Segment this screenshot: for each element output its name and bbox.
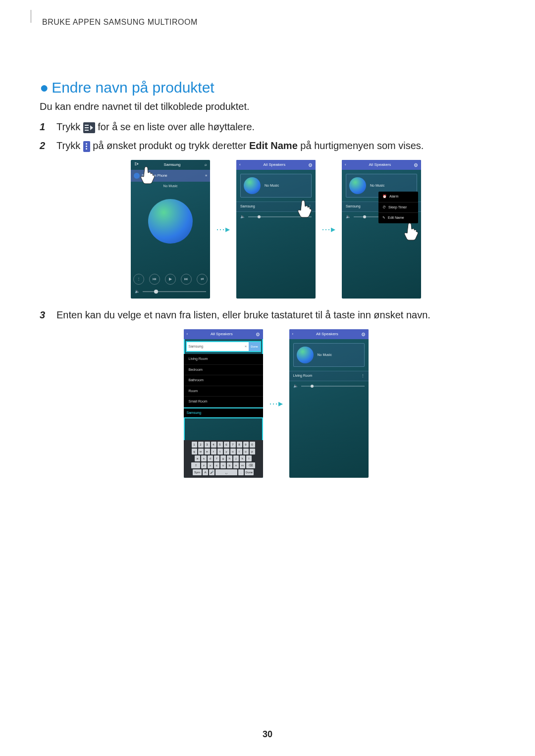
step3-text: Enten kan du velge et navn fra listen, e…: [56, 309, 430, 320]
s5-title: All Speakers: [316, 331, 338, 337]
back-icon: ‹: [187, 331, 188, 337]
player-controls: ⋮ ⏮ ▶ ⏭ ⇄: [131, 274, 210, 285]
volume-icon: 🔈: [346, 214, 351, 220]
s5-speaker-name: Living Room: [293, 373, 313, 379]
search-icon: ⌕: [205, 162, 207, 168]
s2-speaker-name: Samsung: [240, 204, 255, 209]
overflow-icon: ⋮: [361, 373, 365, 379]
page-heading: ●Endre navn på produktet: [40, 79, 495, 96]
screenshot-speakers: ‹ All Speakers ⚙ No Music Samsung ⋮: [236, 160, 316, 299]
manual-page: BRUKE APPEN SAMSUNG MULTIROOM ●Endre nav…: [0, 0, 535, 753]
on-screen-keyboard: 1234567890 qwertyuiop asdfghjkl ⇧zxcvbnm…: [184, 440, 263, 478]
sym-key[interactable]: Sym: [193, 469, 202, 475]
svg-rect-0: [85, 125, 89, 126]
step2-text-a: Trykk: [56, 140, 83, 151]
s5-card-text: No Music: [318, 353, 332, 358]
margin-rule: [31, 10, 31, 23]
done-button[interactable]: Done: [249, 342, 260, 351]
backspace-key[interactable]: ⌫: [246, 462, 255, 468]
prev-icon: ⏮: [149, 274, 160, 285]
list-item[interactable]: Bedroom: [184, 365, 263, 376]
step1-text-b: for å se en liste over alle høyttalere.: [98, 121, 255, 132]
context-menu: ⏰Alarm ⏱Sleep Timer ✎Edit Name: [378, 192, 418, 223]
overflow-menu-icon: [83, 141, 90, 152]
next-icon: ⏭: [181, 274, 192, 285]
gear-icon: ⚙: [414, 161, 418, 169]
kbd-done-key[interactable]: Done: [245, 469, 254, 475]
gear-icon: ⚙: [361, 331, 366, 338]
list-item[interactable]: Bathroom: [184, 375, 263, 386]
step-1: Trykk for å se en liste over alle høytta…: [40, 119, 495, 134]
s3-card-text: No Music: [370, 183, 384, 189]
screenshot-name-entry: ‹ All Speakers ⚙ Samsung × Done Living R…: [184, 329, 263, 478]
gear-icon: ⚙: [308, 161, 313, 169]
list-item[interactable]: Small Room: [184, 397, 263, 407]
mic-key[interactable]: 🎤: [209, 469, 214, 475]
lang-key[interactable]: A: [203, 469, 208, 475]
step2-text-b: på ønsket produkt og trykk deretter: [93, 140, 249, 151]
s5-speaker-vol: 🔈: [289, 381, 369, 391]
s2-topbar: ‹ All Speakers ⚙: [236, 160, 316, 170]
step1-text-a: Trykk: [56, 121, 83, 132]
play-icon: ▶: [165, 274, 176, 285]
header-section-link[interactable]: BRUKE APPEN SAMSUNG MULTIROOM: [42, 18, 198, 27]
svg-rect-2: [85, 130, 89, 131]
step-3: Enten kan du velge et navn fra listen, e…: [40, 307, 495, 478]
volume-icon: 🔈: [293, 383, 298, 389]
more-icon: ⋮: [133, 274, 144, 285]
list-item[interactable]: Living Room: [184, 354, 263, 365]
edit-icon: ✎: [382, 215, 385, 221]
tap-hand-icon: [401, 221, 421, 241]
flow-arrow-icon: ⋯▸: [216, 223, 230, 236]
step2-screenshots: Samsung ⌕ Songs on Phone ≡ No Music ⋮: [56, 160, 495, 299]
menu-icon: ≡: [205, 173, 207, 179]
s3-speaker-name: Samsung: [346, 204, 361, 209]
s5-topbar: ‹ All Speakers ⚙: [289, 329, 369, 339]
album-art-orb: [244, 177, 261, 194]
tap-hand-icon: [138, 165, 158, 185]
shift-key[interactable]: ⇧: [191, 462, 200, 468]
back-icon: ‹: [345, 162, 346, 168]
volume-track: [301, 386, 365, 387]
screenshot-popup: ‹ All Speakers ⚙ No Music Samsung ⋮: [342, 160, 421, 299]
album-art-orb: [349, 177, 366, 194]
space-key[interactable]: ␣: [215, 469, 237, 475]
album-art-orb: [148, 199, 193, 244]
screenshot-player: Samsung ⌕ Songs on Phone ≡ No Music ⋮: [131, 160, 210, 299]
svg-rect-4: [135, 164, 137, 164]
s5-card: No Music: [293, 343, 365, 367]
speaker-list-icon: [83, 122, 95, 133]
menu-alarm[interactable]: ⏰Alarm: [378, 192, 418, 202]
name-suggestion-list: Living Room Bedroom Bathroom Room Small …: [184, 354, 263, 407]
menu-edit-label: Edit Name: [388, 215, 404, 221]
page-number: 30: [0, 729, 535, 740]
s4-title: All Speakers: [211, 331, 233, 337]
menu-alarm-label: Alarm: [389, 194, 398, 200]
bullet-icon: ●: [40, 79, 49, 96]
keyboard-input-bar: Samsung: [184, 407, 263, 419]
shuffle-icon: ⇄: [197, 274, 208, 285]
flow-arrow-icon: ⋯▸: [269, 397, 283, 410]
s1-title: Samsung: [164, 162, 181, 168]
menu-sleep-timer[interactable]: ⏱Sleep Timer: [378, 202, 418, 213]
s4-topbar: ‹ All Speakers ⚙: [184, 329, 263, 339]
content-area: ●Endre navn på produktet Du kan endre na…: [40, 79, 495, 478]
heading-text: Endre navn på produktet: [52, 79, 214, 96]
steps-list: Trykk for å se en liste over alle høytta…: [40, 119, 495, 478]
step3-screenshots: ‹ All Speakers ⚙ Samsung × Done Living R…: [56, 329, 495, 478]
svg-rect-1: [85, 127, 89, 128]
flow-arrow-icon: ⋯▸: [321, 223, 336, 236]
name-input-value[interactable]: Samsung: [187, 344, 243, 350]
clear-icon[interactable]: ×: [243, 344, 249, 350]
s3-topbar: ‹ All Speakers ⚙: [342, 160, 421, 170]
volume-row: 🔈: [135, 289, 206, 295]
s2-card: No Music: [240, 174, 312, 198]
intro-text: Du kan endre navnet til det tilkoblede p…: [40, 101, 495, 112]
step-2: Trykk på ønsket produkt og trykk derette…: [40, 138, 495, 299]
timer-icon: ⏱: [382, 205, 386, 210]
gear-icon: ⚙: [256, 331, 260, 338]
volume-icon: 🔈: [135, 289, 140, 295]
list-item[interactable]: Room: [184, 386, 263, 397]
clock-icon: ⏰: [382, 194, 387, 200]
volume-track: [143, 291, 206, 292]
